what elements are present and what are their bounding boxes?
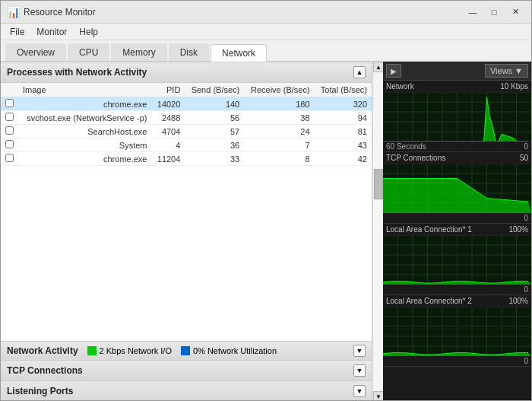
network-activity-bar[interactable]: Network Activity 2 Kbps Network I/O 0% N…	[1, 341, 372, 361]
row-checkbox[interactable]	[1, 152, 18, 166]
row-pid: 4704	[151, 125, 185, 138]
tcp-connections-section[interactable]: TCP Connections ▼	[1, 361, 372, 381]
scroll-up-btn[interactable]: ▲	[373, 62, 384, 72]
tab-cpu[interactable]: CPU	[68, 43, 109, 61]
listening-ports-chevron[interactable]: ▼	[353, 385, 366, 397]
right-panel: ▶ Views ▼ Network 10 Kbps 60 Seconds 0 T…	[383, 62, 531, 401]
views-button[interactable]: Views ▼	[485, 64, 528, 78]
tcp-connections-title: TCP Connections	[7, 365, 83, 376]
table-row[interactable]: System 4 36 7 43	[1, 138, 372, 152]
tab-overview[interactable]: Overview	[5, 43, 66, 61]
chart-section: TCP Connections 50 0	[383, 152, 531, 224]
network-io-label: 2 Kbps Network I/O	[100, 346, 172, 355]
svg-rect-1	[181, 346, 190, 355]
network-activity-chevron[interactable]: ▼	[353, 345, 366, 357]
chart-section: Local Area Connection* 1 100% 0	[383, 224, 531, 295]
processes-section-chevron[interactable]: ▲	[353, 66, 366, 78]
table-row[interactable]: chrome.exe 11204 33 8 42	[1, 152, 372, 166]
chart-zero: 0	[524, 142, 528, 151]
network-util-icon	[181, 346, 190, 355]
chart-value: 50	[520, 154, 528, 162]
row-send: 36	[185, 138, 244, 152]
row-send: 33	[185, 152, 244, 166]
table-row[interactable]: SearchHost.exe 4704 57 24 81	[1, 125, 372, 138]
chart-label-row: Network 10 Kbps	[383, 81, 531, 92]
row-checkbox[interactable]	[1, 111, 18, 125]
table-row[interactable]: chrome.exe 14020 140 180 320	[1, 97, 372, 111]
chart-zero: 0	[524, 285, 528, 294]
views-label: Views	[490, 66, 512, 75]
chart-section: Local Area Connection* 2 100% 0	[383, 295, 531, 367]
tab-network[interactable]: Network	[211, 44, 267, 62]
app-icon: 📊	[7, 6, 19, 18]
chart-label-row: TCP Connections 50	[383, 152, 531, 164]
col-checkbox	[1, 83, 18, 97]
minimize-button[interactable]: —	[463, 5, 483, 20]
chart-time: 60 Seconds	[386, 142, 426, 151]
row-pid: 11204	[151, 152, 185, 166]
listening-ports-title: Listening Ports	[7, 386, 73, 396]
title-bar-title: Resource Monitor	[24, 7, 96, 18]
scroll-down-btn[interactable]: ▼	[373, 391, 384, 401]
col-receive[interactable]: Receive (B/sec)	[244, 83, 314, 97]
chart-bottom-row: 0	[383, 213, 531, 223]
network-io-icon	[87, 346, 97, 355]
row-pid: 4	[151, 138, 185, 152]
network-io-indicator: 2 Kbps Network I/O	[87, 346, 172, 355]
row-receive: 7	[244, 138, 314, 152]
chart-label: Local Area Connection* 2	[386, 297, 472, 305]
row-checkbox[interactable]	[1, 125, 18, 138]
row-image: chrome.exe	[18, 152, 151, 166]
menu-file[interactable]: File	[4, 25, 30, 39]
row-total: 81	[315, 125, 372, 138]
col-pid[interactable]: PID	[151, 83, 185, 97]
main-content: Processes with Network Activity ▲ Image …	[1, 62, 531, 401]
scroll-thumb[interactable]	[374, 169, 383, 199]
close-button[interactable]: ✕	[505, 5, 525, 20]
chart-value: 100%	[508, 297, 528, 305]
maximize-button[interactable]: □	[484, 5, 504, 20]
row-total: 320	[315, 97, 372, 111]
chart-label: Local Area Connection* 1	[386, 225, 472, 234]
col-total[interactable]: Total (B/sec)	[315, 83, 372, 97]
chart-bottom-row: 0	[383, 285, 531, 294]
row-send: 140	[185, 97, 244, 111]
processes-section-title: Processes with Network Activity	[7, 67, 147, 78]
processes-table: Image PID Send (B/sec) Receive (B/sec) T…	[1, 83, 372, 166]
row-send: 57	[185, 125, 244, 138]
chart-label-row: Local Area Connection* 2 100%	[383, 295, 531, 307]
processes-section-header[interactable]: Processes with Network Activity ▲	[1, 62, 372, 83]
right-panel-nav-btn[interactable]: ▶	[386, 64, 401, 78]
title-bar: 📊 Resource Monitor — □ ✕	[1, 1, 531, 24]
network-activity-left: Network Activity 2 Kbps Network I/O 0% N…	[7, 345, 277, 356]
row-total: 42	[315, 152, 372, 166]
row-receive: 24	[244, 125, 314, 138]
row-pid: 2488	[151, 111, 185, 125]
tcp-connections-chevron[interactable]: ▼	[353, 364, 366, 377]
network-activity-title: Network Activity	[7, 345, 78, 356]
row-checkbox[interactable]	[1, 97, 18, 111]
row-checkbox[interactable]	[1, 138, 18, 152]
tab-disk[interactable]: Disk	[169, 43, 209, 61]
left-scrollbar[interactable]: ▲ ▼	[372, 62, 383, 401]
network-util-indicator: 0% Network Utilization	[181, 346, 277, 355]
col-image[interactable]: Image	[18, 83, 151, 97]
right-panel-header: ▶ Views ▼	[383, 62, 531, 81]
table-row[interactable]: svchost.exe (NetworkService -p) 2488 56 …	[1, 111, 372, 125]
chart-bottom-row: 60 Seconds 0	[383, 142, 531, 151]
menu-help[interactable]: Help	[73, 25, 104, 39]
row-receive: 38	[244, 111, 314, 125]
row-image: svchost.exe (NetworkService -p)	[18, 111, 151, 125]
listening-ports-section[interactable]: Listening Ports ▼	[1, 381, 372, 401]
tab-memory[interactable]: Memory	[111, 43, 166, 61]
title-bar-controls: — □ ✕	[463, 5, 525, 20]
chart-zero: 0	[524, 214, 528, 222]
left-panel: Processes with Network Activity ▲ Image …	[1, 62, 372, 401]
chart-value: 10 Kbps	[500, 82, 528, 91]
row-total: 43	[315, 138, 372, 152]
col-send[interactable]: Send (B/sec)	[185, 83, 244, 97]
row-total: 94	[315, 111, 372, 125]
chart-label-row: Local Area Connection* 1 100%	[383, 224, 531, 235]
menu-monitor[interactable]: Monitor	[30, 25, 73, 39]
network-util-label: 0% Network Utilization	[193, 346, 277, 355]
